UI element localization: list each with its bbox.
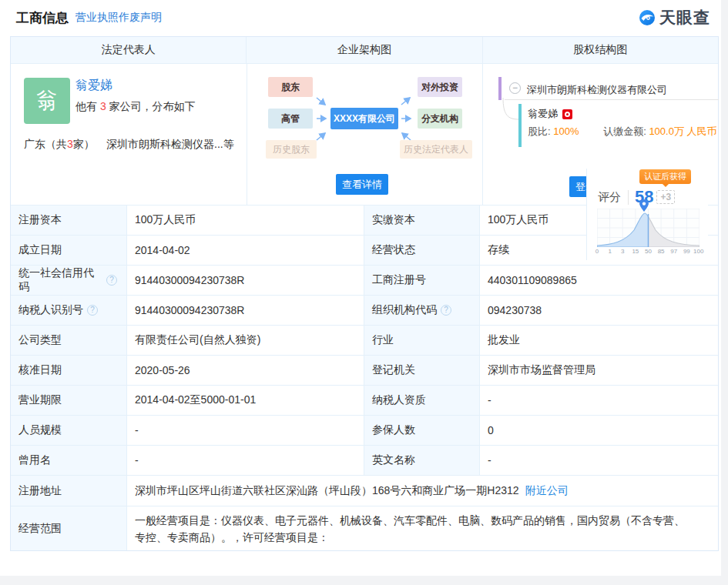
table-row: 曾用名 - 英文名称 -	[11, 445, 718, 475]
table-row-scope: 经营范围 一般经营项目是：仪器仪表、电子元器件、机械设备、汽车零配件、电脑、数码…	[11, 506, 718, 550]
rep-summary-suffix: 家公司，分布如下	[106, 100, 196, 112]
field-label: 纳税人识别号	[18, 303, 83, 317]
header-org-chart: 企业架构图	[246, 37, 481, 63]
field-value: 2014-04-02至5000-01-01	[126, 386, 364, 415]
person-badge-icon	[562, 109, 572, 119]
rep-region-count: 3	[67, 138, 73, 150]
table-row: 纳税人识别号 ? 91440300094230738R 组织机构代码 ? 094…	[11, 295, 718, 325]
field-value: -	[479, 446, 718, 475]
equity-holder-bar	[518, 104, 522, 147]
node-branches: 分支机构	[418, 109, 462, 129]
ratio-value: 100%	[553, 125, 579, 137]
section-header-row: 法定代表人 企业架构图 股权结构图	[11, 37, 718, 63]
field-label: 统一社会信用代码	[18, 266, 102, 294]
table-row: 营业期限 2014-04-02至5000-01-01 纳税人资质 -	[11, 385, 718, 415]
license-invalid-link[interactable]: 营业执照作废声明	[75, 11, 162, 25]
field-value: 2014-04-02	[126, 236, 364, 265]
node-company-placeholder: XXXX有限公司	[330, 108, 398, 129]
help-icon[interactable]: ?	[87, 305, 98, 316]
field-value: 100万人民币	[126, 206, 364, 235]
equity-parent-bar	[498, 77, 502, 100]
score-axis-ticks: 0 1 3 15 50 85 97 99 100	[597, 248, 699, 256]
nearby-companies-link[interactable]: 附近公司	[525, 484, 569, 498]
field-label: 成立日期	[11, 236, 126, 265]
field-label: 经营范围	[11, 506, 126, 550]
certification-badge: 认证后获得	[639, 169, 691, 184]
equity-detail-row: 股比: 100% 认缴金额: 100.0万 人民币	[528, 125, 717, 139]
help-icon[interactable]: ?	[441, 305, 451, 316]
view-detail-button[interactable]: 查看详情	[336, 174, 388, 195]
field-label: 人员规模	[11, 416, 126, 445]
field-label: 注册资本	[11, 206, 126, 235]
legal-rep-panel: 翁 翁爱娣 他有 3 家公司，分布如下 广东（共3家） 深圳市朗斯科检测仪器..…	[11, 64, 247, 205]
collapse-icon[interactable]: −	[509, 82, 521, 94]
field-label: 核准日期	[11, 356, 126, 385]
rep-region-suffix: 家）	[73, 138, 95, 150]
header-equity-chart: 股权结构图	[482, 37, 718, 63]
field-value: 2020-05-26	[126, 356, 364, 385]
rep-summary: 他有 3 家公司，分布如下	[75, 100, 196, 114]
tick-label: 100	[693, 248, 703, 255]
business-table: 法定代表人 企业架构图 股权结构图 翁 翁爱娣 他有 3 家公司，分布如下 广东…	[10, 36, 719, 551]
field-label: 曾用名	[11, 446, 126, 475]
field-label: 实缴资本	[364, 206, 479, 235]
score-marker-pin-icon	[639, 199, 649, 212]
node-history-legal-rep: 历史法定代表人	[400, 140, 472, 159]
rep-region-prefix: 广东（共	[24, 138, 67, 150]
equity-company-name: 深圳市朗斯科检测仪器有限公司	[527, 83, 667, 97]
tianyancha-eye-icon	[638, 8, 656, 27]
rep-summary-prefix: 他有	[75, 100, 100, 112]
node-investments: 对外投资	[418, 77, 462, 97]
business-scope: 一般经营项目是：仪器仪表、电子元器件、机械设备、汽车零配件、电脑、数码产品的销售…	[126, 506, 718, 550]
field-value: 批发业	[479, 326, 718, 355]
table-row: 人员规模 - 参保人数 0	[11, 415, 718, 445]
top-bar: 工商信息 营业执照作废声明 天眼查	[0, 0, 721, 36]
tick-label: 99	[683, 248, 690, 255]
score-line: 评分 58 +3	[598, 187, 675, 207]
brand-logo: 天眼查	[638, 7, 710, 28]
field-value: 91440300094230738R	[126, 296, 364, 325]
score-label: 评分	[598, 190, 629, 205]
table-row: 统一社会信用代码 ? 91440300094230738R 工商注册号 4403…	[11, 265, 718, 295]
brand-name: 天眼查	[659, 7, 710, 28]
help-icon[interactable]: ?	[106, 275, 117, 286]
table-row: 公司类型 有限责任公司(自然人独资) 行业 批发业	[11, 325, 718, 355]
field-value: 094230738	[479, 296, 718, 325]
tick-label: 3	[621, 248, 624, 255]
tick-label: 85	[658, 248, 665, 255]
amount-label: 认缴金额:	[603, 125, 646, 137]
equity-holder-row: 翁爱娣	[528, 107, 572, 121]
score-bonus: +3	[656, 190, 675, 204]
field-value: 深圳市市场监督管理局	[479, 356, 718, 385]
amount-value: 100.0万 人民币	[649, 125, 716, 137]
field-value: 有限责任公司(自然人独资)	[126, 326, 364, 355]
field-label: 工商注册号	[364, 266, 479, 295]
node-history-shareholders: 历史股东	[266, 140, 317, 159]
table-row-address: 注册地址 深圳市坪山区坪山街道六联社区深汕路（坪山段）168号六和商业广场一期H…	[11, 475, 718, 506]
field-value: -	[479, 386, 718, 415]
org-chart-panel: 股东 高管 历史股东 XXXX有限公司 对外投资 分支机构 历史法定代表人 查看…	[247, 64, 482, 205]
field-value: 0	[479, 416, 718, 445]
field-value: 440301109089865	[479, 266, 718, 295]
content-card: 工商信息 营业执照作废声明 天眼查 法定代表人 企业架构图 股	[0, 0, 721, 576]
node-executives: 高管	[268, 109, 313, 129]
tick-label: 0	[595, 248, 599, 255]
field-label: 行业	[364, 326, 479, 355]
ratio-label: 股比:	[528, 125, 551, 137]
field-label: 公司类型	[11, 326, 126, 355]
legal-rep-name-link[interactable]: 翁爱娣	[75, 78, 112, 94]
equity-holder-name: 翁爱娣	[528, 107, 558, 121]
table-row: 核准日期 2020-05-26 登记机关 深圳市市场监督管理局	[11, 355, 718, 385]
header-legal-rep: 法定代表人	[11, 37, 246, 63]
field-label: 注册地址	[11, 476, 126, 506]
page-title: 工商信息	[16, 9, 69, 27]
tick-label: 15	[632, 248, 639, 255]
tick-label: 1	[608, 248, 611, 255]
rep-company-count: 3	[100, 100, 106, 112]
tick-label: 97	[670, 248, 677, 255]
rep-company-ref: 深圳市朗斯科检测仪器...等	[106, 138, 234, 152]
equity-divider	[505, 99, 719, 100]
registered-address: 深圳市坪山区坪山街道六联社区深汕路（坪山段）168号六和商业广场一期H2312	[135, 484, 519, 498]
field-label: 英文名称	[364, 446, 479, 475]
field-label: 登记机关	[364, 356, 479, 385]
